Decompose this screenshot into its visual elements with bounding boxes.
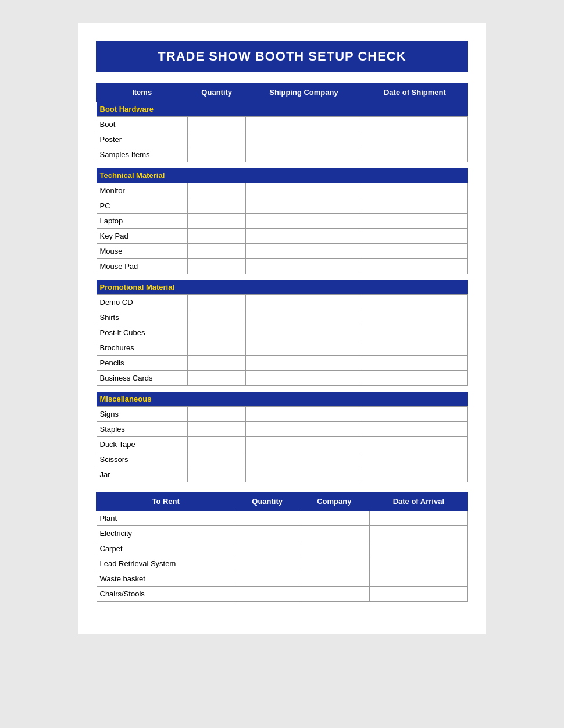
shipment-date-cell[interactable] <box>362 198 467 214</box>
shipment-date-cell[interactable] <box>362 325 467 340</box>
category-label: Miscellaneous <box>97 392 468 407</box>
shipping-company-cell[interactable] <box>246 132 362 147</box>
shipment-date-cell[interactable] <box>362 340 467 356</box>
rent-company-cell[interactable] <box>299 526 370 541</box>
shipment-date-cell[interactable] <box>362 229 467 244</box>
quantity-cell[interactable] <box>188 214 246 229</box>
quantity-cell[interactable] <box>188 295 246 310</box>
quantity-cell[interactable] <box>188 437 246 452</box>
shipment-date-cell[interactable] <box>362 295 467 310</box>
quantity-cell[interactable] <box>188 183 246 198</box>
quantity-cell[interactable] <box>188 132 246 147</box>
rent-company-cell[interactable] <box>299 541 370 556</box>
shipping-company-cell[interactable] <box>246 295 362 310</box>
shipping-company-cell[interactable] <box>246 467 362 482</box>
quantity-cell[interactable] <box>188 325 246 340</box>
shipment-date-cell[interactable] <box>362 452 467 467</box>
shipment-date-cell[interactable] <box>362 147 467 162</box>
table-row: Demo CD <box>97 295 468 310</box>
rent-arrival-date-cell[interactable] <box>369 526 467 541</box>
shipping-company-cell[interactable] <box>246 437 362 452</box>
shipment-date-cell[interactable] <box>362 310 467 325</box>
shipping-company-cell[interactable] <box>246 422 362 437</box>
rent-quantity-cell[interactable] <box>235 587 299 602</box>
shipment-date-cell[interactable] <box>362 407 467 422</box>
shipment-date-cell[interactable] <box>362 467 467 482</box>
shipping-company-cell[interactable] <box>246 325 362 340</box>
quantity-cell[interactable] <box>188 259 246 274</box>
quantity-cell[interactable] <box>188 117 246 132</box>
rent-quantity-cell[interactable] <box>235 556 299 571</box>
rent-quantity-cell[interactable] <box>235 541 299 556</box>
shipment-date-cell[interactable] <box>362 132 467 147</box>
shipping-company-cell[interactable] <box>246 117 362 132</box>
shipment-date-cell[interactable] <box>362 356 467 371</box>
shipment-date-cell[interactable] <box>362 259 467 274</box>
rent-arrival-date-cell[interactable] <box>369 571 467 587</box>
shipment-date-cell[interactable] <box>362 214 467 229</box>
quantity-cell[interactable] <box>188 229 246 244</box>
item-name: Post-it Cubes <box>97 325 188 340</box>
shipping-company-cell[interactable] <box>246 244 362 259</box>
quantity-cell[interactable] <box>188 198 246 214</box>
quantity-cell[interactable] <box>188 467 246 482</box>
rent-quantity-cell[interactable] <box>235 526 299 541</box>
rent-company-cell[interactable] <box>299 511 370 526</box>
rent-company-cell[interactable] <box>299 556 370 571</box>
rent-arrival-date-cell[interactable] <box>369 511 467 526</box>
shipment-date-cell[interactable] <box>362 437 467 452</box>
shipping-company-cell[interactable] <box>246 229 362 244</box>
shipping-company-cell[interactable] <box>246 214 362 229</box>
table-row: Key Pad <box>97 229 468 244</box>
rent-quantity-cell[interactable] <box>235 571 299 587</box>
shipping-company-cell[interactable] <box>246 259 362 274</box>
table-row: Samples Items <box>97 147 468 162</box>
shipping-company-cell[interactable] <box>246 340 362 356</box>
quantity-cell[interactable] <box>188 356 246 371</box>
item-name: Mouse Pad <box>97 259 188 274</box>
rent-company-cell[interactable] <box>299 587 370 602</box>
shipment-date-cell[interactable] <box>362 117 467 132</box>
col-header-quantity-2: Quantity <box>235 492 299 511</box>
quantity-cell[interactable] <box>188 340 246 356</box>
table-row: Mouse <box>97 244 468 259</box>
page: TRADE SHOW BOOTH SETUP CHECK Items Quant… <box>78 23 486 634</box>
table-row: Duck Tape <box>97 437 468 452</box>
quantity-cell[interactable] <box>188 452 246 467</box>
shipment-date-cell[interactable] <box>362 371 467 386</box>
shipping-company-cell[interactable] <box>246 371 362 386</box>
rent-arrival-date-cell[interactable] <box>369 587 467 602</box>
quantity-cell[interactable] <box>188 147 246 162</box>
rent-arrival-date-cell[interactable] <box>369 556 467 571</box>
table-row: Poster <box>97 132 468 147</box>
shipment-date-cell[interactable] <box>362 422 467 437</box>
rent-company-cell[interactable] <box>299 571 370 587</box>
rent-item-name: Plant <box>97 511 235 526</box>
table-row: Signs <box>97 407 468 422</box>
rent-arrival-date-cell[interactable] <box>369 541 467 556</box>
quantity-cell[interactable] <box>188 422 246 437</box>
table-row: Monitor <box>97 183 468 198</box>
shipment-date-cell[interactable] <box>362 183 467 198</box>
table-row: Post-it Cubes <box>97 325 468 340</box>
quantity-cell[interactable] <box>188 407 246 422</box>
table-row: Mouse Pad <box>97 259 468 274</box>
shipping-company-cell[interactable] <box>246 407 362 422</box>
shipping-company-cell[interactable] <box>246 147 362 162</box>
shipping-company-cell[interactable] <box>246 183 362 198</box>
table-row: Jar <box>97 467 468 482</box>
rent-quantity-cell[interactable] <box>235 511 299 526</box>
table-row: Pencils <box>97 356 468 371</box>
item-name: Mouse <box>97 244 188 259</box>
quantity-cell[interactable] <box>188 244 246 259</box>
shipping-company-cell[interactable] <box>246 198 362 214</box>
shipment-date-cell[interactable] <box>362 244 467 259</box>
item-name: Key Pad <box>97 229 188 244</box>
shipping-company-cell[interactable] <box>246 452 362 467</box>
table-row: Boot <box>97 117 468 132</box>
table-row: Electricity <box>97 526 468 541</box>
shipping-company-cell[interactable] <box>246 310 362 325</box>
quantity-cell[interactable] <box>188 371 246 386</box>
shipping-company-cell[interactable] <box>246 356 362 371</box>
quantity-cell[interactable] <box>188 310 246 325</box>
